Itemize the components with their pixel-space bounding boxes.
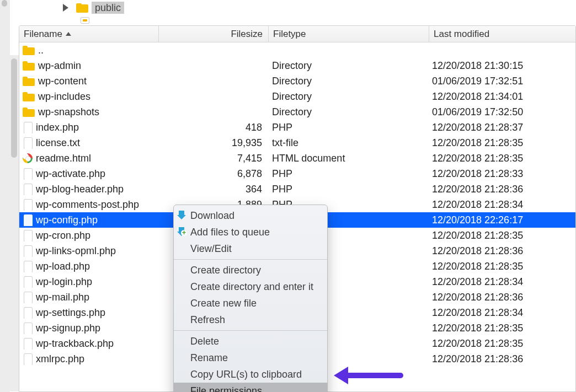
cell-filesize: 6,878 [158,168,268,180]
scrollbar-inner[interactable] [10,55,19,391]
expand-icon[interactable] [63,4,68,12]
cell-lastmodified: 12/20/2018 21:28:35 [428,338,575,350]
folder-icon [76,3,88,13]
cell-lastmodified: 12/20/2018 21:28:34 [428,307,575,319]
table-row[interactable]: wp-blog-header.php364PHP12/20/2018 21:28… [19,181,575,197]
file-icon [23,307,33,319]
filename-text: wp-cron.php [36,230,90,241]
cell-lastmodified: 12/20/2018 21:28:37 [428,122,575,133]
menu-item[interactable]: Download [174,207,327,224]
scrollbar-thumb[interactable] [11,58,17,158]
menu-item-label: Copy URL(s) to clipboard [190,369,302,380]
filename-text: license.txt [36,137,80,149]
file-icon [23,276,33,288]
cell-filename: wp-trackback.php [19,337,158,350]
menu-item-label: Create directory [190,265,261,276]
menu-item[interactable]: View/Edit [174,240,327,257]
cell-filesize: 418 [158,122,268,133]
menu-group: DeleteRenameCopy URL(s) to clipboardFile… [174,331,327,392]
cell-lastmodified: 12/20/2018 21:28:35 [428,230,575,241]
sort-asc-icon [66,32,71,36]
cell-filetype: Directory [268,60,428,72]
cell-filename: wp-settings.php [19,307,158,319]
menu-item-label: Download [190,210,234,221]
table-row[interactable]: wp-activate.php6,878PHP12/20/2018 21:28:… [19,166,575,181]
annotation-arrow [334,367,403,384]
scrollbar-outer[interactable] [0,0,10,392]
menu-item[interactable]: File permissions... [174,383,327,392]
filename-text: wp-settings.php [36,307,105,319]
menu-item[interactable]: Copy URL(s) to clipboard [174,366,327,383]
menu-item[interactable]: Delete [174,333,327,350]
column-label: Filename [24,29,62,40]
column-label: Last modified [434,29,489,39]
menu-item[interactable]: Create directory and enter it [174,278,327,295]
file-icon [23,353,33,365]
filename-text: wp-links-opml.php [36,245,116,257]
tree-node-child[interactable] [81,15,93,25]
filename-text: wp-comments-post.php [36,199,139,211]
column-label: Filesize [231,29,263,39]
cell-filename: wp-load.php [19,260,158,272]
column-header-lastmodified[interactable]: Last modified [429,29,575,40]
folder-icon [23,46,35,55]
column-header-filetype[interactable]: Filetype [269,29,429,40]
cell-filename: wp-links-opml.php [19,245,158,257]
cell-lastmodified: 12/20/2018 21:34:01 [428,91,575,103]
cell-filename: wp-config.php [19,214,158,226]
html-icon [23,153,33,163]
file-icon [23,337,33,350]
menu-item[interactable]: Create new file [174,295,327,312]
column-label: Filetype [273,29,306,39]
menu-item[interactable]: Add files to queue [174,224,327,240]
cell-lastmodified: 12/20/2018 21:28:36 [428,353,575,365]
download-icon [177,211,186,219]
menu-item[interactable]: Refresh [174,312,327,328]
cell-filename: license.txt [19,137,158,149]
cell-lastmodified: 12/20/2018 21:28:36 [428,184,575,195]
cell-filename: wp-activate.php [19,168,158,180]
filename-text: wp-config.php [36,214,98,226]
menu-item-label: Rename [190,352,228,363]
filename-text: xmlrpc.php [36,353,84,365]
table-row[interactable]: wp-includesDirectory12/20/2018 21:34:01 [19,89,575,104]
menu-item[interactable]: Create directory [174,262,327,278]
folder-tree: public [19,0,576,25]
filename-text: readme.html [36,153,91,164]
column-header-filename[interactable]: Filename [19,29,158,40]
menu-item[interactable]: Rename [174,350,327,366]
file-icon [81,17,89,24]
cell-filesize: 364 [158,184,268,195]
filename-text: .. [38,45,44,56]
file-icon [23,214,33,226]
cell-filetype: Directory [268,106,428,118]
table-row[interactable]: wp-contentDirectory01/06/2019 17:32:51 [19,73,575,89]
menu-item-label: Refresh [190,314,225,325]
cell-lastmodified: 12/20/2018 21:28:35 [428,137,575,149]
cell-lastmodified: 12/20/2018 21:28:34 [428,199,575,211]
cell-filename: wp-includes [19,91,158,103]
menu-item-label: Create directory and enter it [190,281,313,292]
table-row[interactable]: wp-snapshotsDirectory01/06/2019 17:32:50 [19,104,575,120]
menu-item-label: Add files to queue [190,227,270,238]
filename-text: wp-admin [38,60,81,72]
table-row[interactable]: .. [19,42,575,58]
cell-lastmodified: 01/06/2019 17:32:51 [428,76,575,87]
file-icon [23,168,33,180]
cell-lastmodified: 12/20/2018 21:28:36 [428,292,575,303]
cell-filename: wp-snapshots [19,106,158,118]
tree-node-public[interactable]: public [63,1,124,14]
column-header-filesize[interactable]: Filesize [159,29,268,40]
table-row[interactable]: wp-adminDirectory12/20/2018 21:30:15 [19,58,575,73]
cell-filename: wp-signup.php [19,322,158,334]
cell-lastmodified: 12/20/2018 21:28:34 [428,276,575,288]
tree-node-label: public [92,2,124,14]
arrow-shaft [348,373,403,378]
file-icon [23,183,33,195]
table-row[interactable]: readme.html7,415HTML document12/20/2018 … [19,151,575,166]
table-row[interactable]: index.php418PHP12/20/2018 21:28:37 [19,120,575,135]
filename-text: wp-activate.php [36,168,105,180]
filename-text: index.php [36,122,79,133]
scrollbar-thumb[interactable] [2,0,7,7]
table-row[interactable]: license.txt19,935txt-file12/20/2018 21:2… [19,135,575,151]
